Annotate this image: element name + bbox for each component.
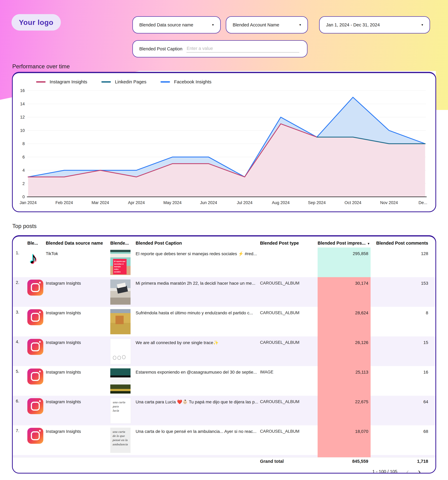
post-type: CAROUSEL_ALBUM	[260, 455, 318, 457]
legend-item: Linkedin Pages	[101, 79, 146, 85]
column-header-blended-data-source-name[interactable]: Blended Data source name	[46, 241, 110, 246]
post-impressions: 25,113	[318, 366, 370, 396]
post-caption: Estaremos exponiendo en @casagraumuseo d…	[136, 366, 260, 396]
post-type: CAROUSEL_ALBUM	[260, 307, 318, 336]
filter-account-name[interactable]: Blended Account Name ▾	[226, 16, 308, 34]
post-comments: 68	[370, 425, 431, 455]
row-index: 5.	[16, 366, 27, 396]
svg-text:8: 8	[22, 141, 25, 146]
svg-text:6: 6	[22, 155, 25, 159]
svg-text:De...: De...	[419, 200, 427, 205]
thumbnail-handwriting: una carta de lo que pensé en la ambulanc…	[110, 428, 131, 446]
post-thumbnail	[110, 339, 131, 364]
svg-text:May 2024: May 2024	[164, 200, 182, 205]
post-source: Instagram Insights	[46, 336, 110, 366]
pagination: 1 - 100 / 105 ‹ ›	[13, 465, 435, 473]
chevron-down-icon: ▾	[421, 23, 423, 27]
post-type: CAROUSEL_ALBUM	[260, 425, 318, 455]
instagram-camera-outline	[31, 313, 40, 322]
tiktok-icon: ♪	[29, 250, 37, 266]
table-header-row: Ble...Blended Data source nameBlende...B…	[13, 236, 435, 247]
post-source: TikTok	[46, 247, 110, 277]
thumbnail-handwriting: una carta para lucía	[110, 398, 131, 413]
prev-page-button[interactable]: ‹	[406, 467, 409, 473]
post-source: Instagram Insights	[46, 396, 110, 425]
post-impressions: 18,070	[318, 425, 370, 455]
grand-total-impressions: 845,559	[318, 459, 370, 464]
instagram-icon	[27, 309, 43, 325]
instagram-icon	[27, 280, 43, 296]
next-page-button[interactable]: ›	[418, 467, 421, 473]
table-row: 2.Instagram InsightsMi primera media mar…	[13, 277, 435, 307]
post-thumbnail: El reporte que necesitas si manejas rede…	[110, 250, 131, 275]
post-impressions: 28,624	[318, 307, 370, 336]
table-row: 7.Instagram Insightsuna carta de lo que …	[13, 425, 435, 455]
post-thumbnail	[110, 309, 131, 334]
legend-item: Facebook Insights	[161, 79, 211, 85]
chevron-down-icon: ▾	[212, 23, 214, 27]
post-impressions: 295,858	[318, 247, 370, 277]
top-posts-title: Top posts	[12, 223, 36, 229]
post-type: IMAGE	[260, 366, 318, 396]
svg-text:14: 14	[20, 102, 25, 106]
instagram-camera-dot	[39, 311, 41, 313]
column-header-blended-post-type[interactable]: Blended Post type	[260, 241, 318, 246]
post-source: Instagram Insights	[46, 455, 110, 457]
row-index: 1.	[16, 247, 27, 277]
grand-total-row: Grand total 845,559 1,718	[13, 457, 435, 465]
row-index: 6.	[16, 396, 27, 425]
row-index: 7.	[16, 425, 27, 455]
post-caption: El reporte que debes tener si manejas re…	[136, 247, 260, 277]
legend-item: Instagram Insights	[36, 79, 87, 85]
instagram-camera-dot	[39, 282, 41, 283]
svg-text:4: 4	[22, 168, 25, 173]
legend-label: Facebook Insights	[174, 79, 211, 85]
performance-title: Performance over time	[12, 63, 70, 70]
row-index: 8.	[16, 455, 27, 457]
legend-label: Linkedin Pages	[115, 79, 146, 85]
post-source: Instagram Insights	[46, 307, 110, 336]
filter-post-caption: Blended Post Caption Enter a value	[132, 40, 307, 57]
post-source: Instagram Insights	[46, 425, 110, 455]
post-thumbnail: una carta para lucía	[110, 398, 131, 424]
post-caption-input[interactable]: Enter a value	[186, 45, 299, 52]
grand-total-label: Grand total	[260, 459, 318, 464]
post-impressions: 30,174	[318, 277, 370, 307]
row-index: 4.	[16, 336, 27, 366]
column-header-ble-[interactable]: Ble...	[27, 241, 46, 246]
row-index: 2.	[16, 277, 27, 307]
post-impressions: 26,126	[318, 336, 370, 366]
table-row: 3.Instagram InsightsSufriéndola hasta el…	[13, 307, 435, 336]
table-row: 8.Instagram InsightsCAROUSEL_ALBUM	[13, 455, 435, 457]
svg-text:2: 2	[22, 181, 25, 186]
date-range-value: Jan 1, 2024 - Dec 31, 2024	[326, 22, 380, 28]
svg-text:Mar 2024: Mar 2024	[92, 200, 109, 205]
chevron-down-icon: ▾	[299, 23, 301, 27]
column-header-blended-post-impres-[interactable]: Blended Post impres...▾	[318, 241, 370, 246]
post-comments: 128	[370, 247, 431, 277]
filter-account-name-label: Blended Account Name	[233, 22, 279, 28]
post-caption: We are all connected by one single trace…	[136, 336, 260, 366]
column-header-blended-post-comments[interactable]: Blended Post comments	[370, 241, 431, 246]
instagram-camera-outline	[31, 283, 40, 292]
post-caption: Sufriéndola hasta el último minuto y end…	[136, 307, 260, 336]
post-comments: 153	[370, 277, 431, 307]
post-type: CAROUSEL_ALBUM	[260, 277, 318, 307]
post-type: CAROUSEL_ALBUM	[260, 396, 318, 425]
filter-date-range[interactable]: Jan 1, 2024 - Dec 31, 2024 ▾	[319, 16, 430, 34]
table-row: 4.Instagram InsightsWe are all connected…	[13, 336, 435, 366]
post-caption	[136, 455, 260, 457]
post-thumbnail	[110, 368, 131, 394]
svg-text:Apr 2024: Apr 2024	[128, 200, 145, 205]
instagram-camera-dot	[39, 341, 41, 343]
legend-swatch	[36, 81, 46, 83]
thumbnail-caption-box: El reporte que necesitas si manejas rede…	[113, 259, 126, 274]
filter-data-source[interactable]: Blended Data source name ▾	[132, 16, 221, 34]
post-comments: 64	[370, 396, 431, 425]
post-comments: 16	[370, 366, 431, 396]
svg-text:Jan 2024: Jan 2024	[20, 200, 36, 205]
instagram-icon	[27, 339, 43, 355]
column-header-blende-[interactable]: Blende...	[110, 241, 136, 246]
column-header-blended-post-caption[interactable]: Blended Post Caption	[136, 241, 260, 246]
svg-text:Nov 2024: Nov 2024	[380, 200, 398, 205]
